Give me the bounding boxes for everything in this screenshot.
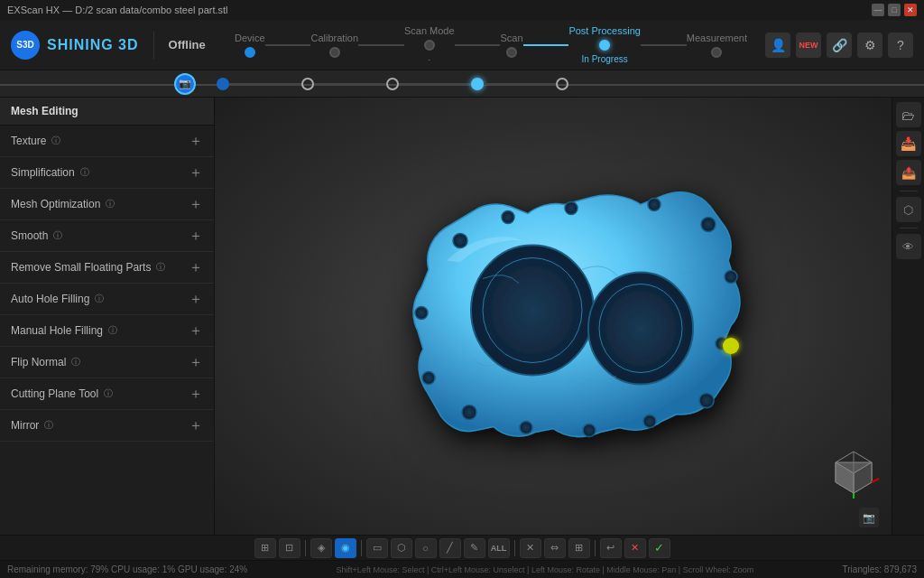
sidebar-item-smooth-left: Smooth ⓘ (11, 229, 62, 242)
close-button[interactable]: ✕ (904, 4, 917, 16)
nav-step-device[interactable]: Device (235, 33, 265, 58)
tool-hex[interactable]: ⬡ (391, 538, 412, 558)
sidebar-item-remove-floating-left: Remove Small Floating Parts ⓘ (11, 261, 165, 274)
sidebar-item-manual-hole[interactable]: Manual Hole Filling ⓘ ＋ (0, 315, 214, 347)
svg-point-12 (643, 415, 656, 428)
nav-step-calibration-dot (329, 47, 340, 58)
nav-step-postprocessing-sub: In Progress (582, 54, 628, 64)
sidebar-item-flip-normal-label: Flip Normal (11, 356, 66, 368)
sidebar-item-mesh-optimization[interactable]: Mesh Optimization ⓘ ＋ (0, 189, 214, 220)
tool-all[interactable]: ALL (488, 538, 510, 558)
sidebar-item-cutting-plane[interactable]: Cutting Plane Tool ⓘ ＋ (0, 378, 214, 410)
nav-step-scanmode[interactable]: Scan Mode - (404, 25, 455, 64)
cutting-plane-expand-icon[interactable]: ＋ (189, 387, 203, 401)
svg-point-11 (699, 394, 714, 408)
tool-layers[interactable]: ◈ (310, 538, 332, 558)
nav-step-calibration[interactable]: Calibration (310, 33, 358, 58)
texture-expand-icon[interactable]: ＋ (189, 134, 203, 148)
tool-mirror[interactable]: ⇔ (544, 538, 566, 558)
mesh-opt-info-icon: ⓘ (106, 198, 115, 210)
sidebar-item-texture[interactable]: Texture ⓘ ＋ (0, 126, 214, 157)
pipeline: 📷 (0, 70, 924, 98)
eye-view-button[interactable]: 👁 (896, 234, 921, 259)
settings-button[interactable]: ⚙ (857, 33, 882, 58)
flip-normal-info-icon: ⓘ (71, 356, 80, 368)
nav-step-postprocessing-label: Post Processing (568, 25, 640, 36)
viewport[interactable]: 📷 (215, 98, 892, 535)
smooth-expand-icon[interactable]: ＋ (189, 228, 203, 243)
sidebar-item-simplification[interactable]: Simplification ⓘ ＋ (0, 157, 214, 189)
sidebar-item-manual-hole-label: Manual Hole Filling (11, 324, 103, 337)
tool-lasso[interactable]: ○ (415, 538, 437, 558)
title-controls[interactable]: — □ ✕ (872, 4, 917, 16)
toolbar-sep-2 (361, 540, 362, 556)
profile-button[interactable]: 👤 (765, 33, 790, 58)
sidebar-item-flip-normal[interactable]: Flip Normal ⓘ ＋ (0, 347, 214, 378)
nav-step-scanmode-label: Scan Mode (404, 25, 455, 36)
tool-cut[interactable]: ✕ (520, 538, 541, 558)
main-content: Mesh Editing Texture ⓘ ＋ Simplification … (0, 98, 924, 535)
sidebar-item-mirror-label: Mirror (11, 419, 39, 432)
help-icon: ? (897, 38, 904, 52)
svg-point-17 (415, 307, 428, 320)
open-file-button[interactable]: 🗁 (896, 102, 921, 127)
texture-info-icon: ⓘ (51, 135, 60, 147)
minimize-button[interactable]: — (872, 4, 884, 16)
sidebar-item-mesh-opt-label: Mesh Optimization (11, 198, 100, 210)
sidebar-item-remove-floating[interactable]: Remove Small Floating Parts ⓘ ＋ (0, 252, 214, 284)
header: S3D SHINING 3D Offline Device Calibratio… (0, 20, 924, 70)
auto-hole-expand-icon[interactable]: ＋ (189, 292, 203, 306)
sidebar-item-flip-normal-left: Flip Normal ⓘ (11, 356, 80, 368)
nav-step-scan-dot (506, 47, 517, 58)
tool-frame[interactable]: ▭ (366, 538, 388, 558)
tool-confirm[interactable]: ✓ (649, 538, 670, 558)
tool-pen[interactable]: ✎ (464, 538, 485, 558)
svg-point-7 (648, 199, 661, 211)
nav-step-measurement-label: Measurement (687, 33, 747, 43)
flip-normal-expand-icon[interactable]: ＋ (189, 355, 203, 369)
3d-object (374, 144, 772, 489)
tool-cancel[interactable]: ✕ (624, 538, 646, 558)
right-panel-divider-1 (900, 191, 918, 191)
mesh-view-button[interactable]: ⬡ (896, 197, 921, 222)
sidebar-header-text: Mesh Editing (11, 105, 79, 117)
statusbar-triangles: Triangles: 879,673 (843, 564, 917, 574)
tool-undo[interactable]: ↩ (600, 538, 622, 558)
header-icons: 👤 NEW 🔗 ⚙ ? (765, 33, 924, 58)
export-button[interactable]: 📤 (896, 160, 921, 185)
svg-point-9 (725, 271, 737, 284)
mesh-opt-expand-icon[interactable]: ＋ (189, 197, 203, 211)
pipe-dot-2 (301, 78, 314, 90)
new-badge-button[interactable]: NEW (796, 33, 821, 58)
tool-copy[interactable]: ⊞ (254, 538, 276, 558)
manual-hole-expand-icon[interactable]: ＋ (189, 323, 203, 338)
share-button[interactable]: 🔗 (827, 33, 852, 58)
nav-step-measurement[interactable]: Measurement (687, 33, 747, 58)
mirror-expand-icon[interactable]: ＋ (189, 418, 203, 433)
tool-paste[interactable]: ⊡ (279, 538, 300, 558)
right-panel-divider-2 (900, 228, 918, 228)
tool-line[interactable]: ╱ (439, 538, 461, 558)
sidebar-item-auto-hole[interactable]: Auto Hole Filling ⓘ ＋ (0, 284, 214, 315)
svg-point-13 (583, 424, 596, 437)
remove-floating-expand-icon[interactable]: ＋ (189, 260, 203, 275)
svg-line-24 (872, 479, 879, 482)
tool-view-active[interactable]: ◉ (335, 538, 356, 558)
svg-point-14 (520, 422, 532, 434)
help-button[interactable]: ? (888, 33, 913, 58)
svg-point-15 (462, 406, 476, 420)
nav-step-scan[interactable]: Scan (500, 33, 522, 58)
sidebar-item-smooth[interactable]: Smooth ⓘ ＋ (0, 220, 214, 252)
cursor-dot (723, 338, 739, 354)
pipe-dot-1 (217, 78, 229, 90)
sidebar-item-simplification-label: Simplification (11, 166, 75, 179)
viewport-camera-icon[interactable]: 📷 (859, 508, 879, 527)
simplification-expand-icon[interactable]: ＋ (189, 165, 203, 180)
nav-cube[interactable] (827, 444, 881, 499)
maximize-button[interactable]: □ (888, 4, 901, 16)
import-button[interactable]: 📥 (896, 131, 921, 156)
logo-text: SHINING 3D (47, 37, 139, 53)
nav-step-postprocessing[interactable]: Post Processing In Progress (568, 25, 640, 64)
sidebar-item-mirror[interactable]: Mirror ⓘ ＋ (0, 410, 214, 442)
tool-grid[interactable]: ⊞ (568, 538, 590, 558)
